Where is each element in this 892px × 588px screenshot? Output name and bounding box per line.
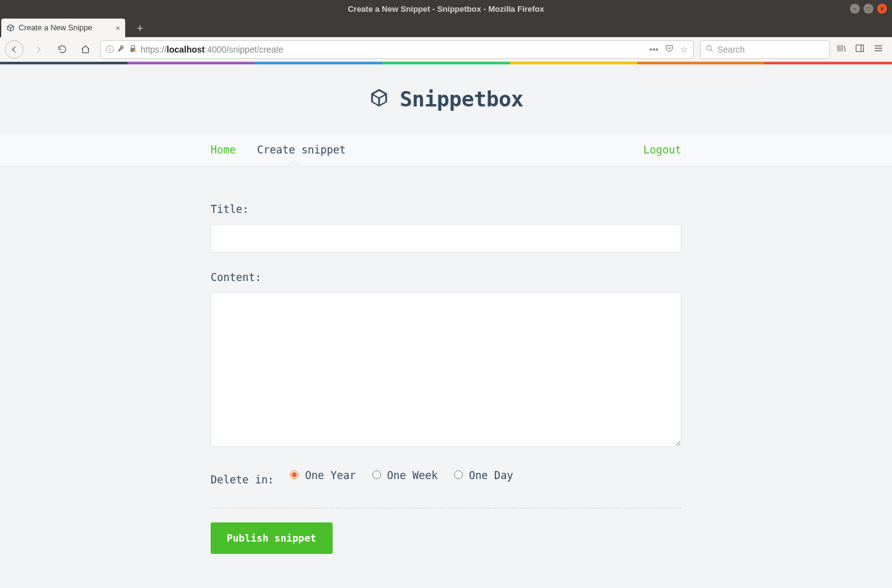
radio-one-day-input[interactable] — [454, 470, 463, 479]
radio-one-day[interactable]: One Day — [454, 469, 514, 482]
info-icon: ⓘ — [106, 44, 114, 55]
radio-one-week-label: One Week — [387, 469, 438, 482]
search-placeholder: Search — [717, 45, 745, 54]
url-text: https://localhost:4000/snippet/create — [141, 45, 645, 54]
radio-one-week-input[interactable] — [372, 470, 381, 479]
content-label: Content: — [211, 271, 681, 283]
delete-in-label: Delete in: — [211, 473, 274, 486]
brand-name: Snippetbox — [400, 87, 523, 111]
search-icon — [706, 45, 714, 54]
key-icon — [118, 45, 125, 54]
nav-home[interactable]: Home — [211, 144, 236, 156]
lock-warning-icon — [129, 45, 137, 54]
more-icon[interactable]: ••• — [649, 45, 658, 54]
brand[interactable]: Snippetbox — [369, 87, 523, 111]
reload-button[interactable] — [53, 41, 71, 58]
tab-close-icon[interactable]: × — [115, 24, 120, 33]
home-button[interactable] — [77, 41, 94, 58]
window-titlebar: Create a New Snippet - Snippetbox - Mozi… — [0, 0, 892, 17]
main-nav: Home Create snippet Logout — [0, 132, 892, 167]
nav-create-snippet[interactable]: Create snippet — [257, 144, 346, 156]
svg-rect-1 — [856, 45, 864, 51]
page-content: Snippetbox Home Create snippet Logout Ti… — [0, 64, 892, 588]
new-tab-button[interactable]: + — [131, 20, 149, 37]
tab-title: Create a New Snippe — [19, 24, 112, 32]
radio-one-week[interactable]: One Week — [372, 469, 438, 482]
bookmark-star-icon[interactable]: ☆ — [680, 45, 688, 54]
window-maximize-button[interactable]: □ — [864, 4, 873, 14]
radio-one-day-label: One Day — [469, 469, 514, 482]
radio-one-year-label: One Year — [305, 469, 356, 482]
title-input[interactable] — [211, 224, 681, 253]
back-button[interactable] — [5, 40, 24, 59]
content-textarea[interactable] — [211, 292, 681, 447]
window-controls: – □ × — [850, 4, 887, 14]
title-label: Title: — [211, 203, 681, 215]
delete-in-row: Delete in: One Year One Week One Day — [211, 469, 681, 490]
browser-toolbar: ⓘ https://localhost:4000/snippet/create … — [0, 37, 892, 62]
browser-tab[interactable]: Create a New Snippe × — [1, 19, 125, 37]
page-header: Snippetbox — [0, 64, 892, 132]
radio-one-year-input[interactable] — [290, 470, 299, 479]
hamburger-menu-icon[interactable] — [873, 43, 883, 56]
publish-button[interactable]: Publish snippet — [211, 522, 333, 554]
radio-one-year[interactable]: One Year — [290, 469, 356, 482]
pocket-icon[interactable] — [665, 44, 674, 55]
cube-icon — [369, 87, 390, 111]
window-minimize-button[interactable]: – — [850, 4, 860, 14]
address-bar[interactable]: ⓘ https://localhost:4000/snippet/create … — [100, 40, 694, 59]
library-icon[interactable] — [836, 43, 846, 56]
search-box[interactable]: Search — [700, 40, 830, 59]
browser-tabstrip: Create a New Snippe × + — [0, 17, 892, 37]
cube-icon — [6, 24, 15, 32]
divider — [211, 508, 681, 509]
create-snippet-form: Title: Content: Delete in: One Year One … — [211, 167, 681, 579]
forward-button[interactable] — [30, 41, 47, 58]
sidebar-icon[interactable] — [855, 43, 865, 56]
window-close-button[interactable]: × — [877, 4, 887, 14]
toolbar-right — [836, 43, 887, 56]
nav-logout[interactable]: Logout — [644, 144, 681, 156]
window-title: Create a New Snippet - Snippetbox - Mozi… — [348, 4, 544, 14]
svg-point-0 — [707, 45, 712, 50]
